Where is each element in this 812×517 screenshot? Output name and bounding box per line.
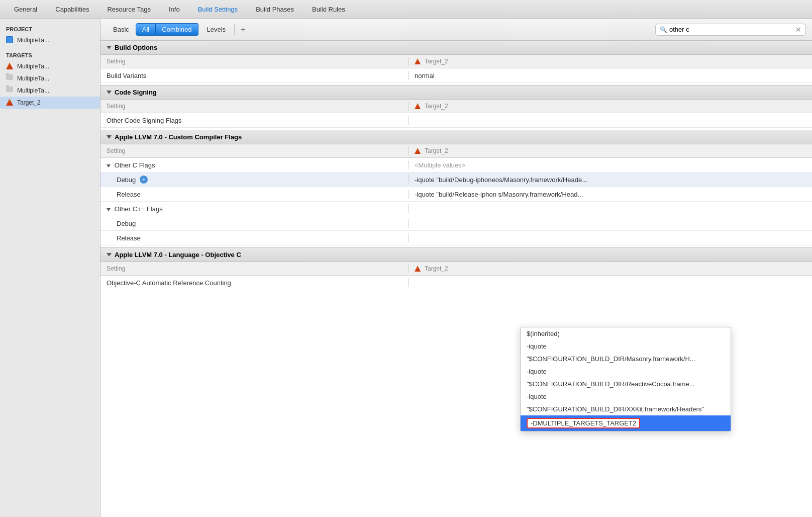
row-triangle-cpp — [107, 208, 111, 211]
section-header-build-options[interactable]: Build Options — [100, 40, 812, 55]
col-sep-1 — [408, 102, 409, 111]
section-title-llvm-custom: Apple LLVM 7.0 - Custom Compiler Flags — [115, 133, 242, 141]
tab-bar: General Capabilities Resource Tags Info … — [0, 0, 812, 19]
col-sep — [408, 278, 409, 287]
search-clear-button[interactable]: ✕ — [795, 26, 801, 34]
dropdown-item-0[interactable]: $(inherited) — [521, 327, 731, 340]
table-row-release-cpp: Release — [100, 231, 812, 245]
tab-capabilities[interactable]: Capabilities — [46, 2, 98, 17]
setting-value-muted: <Multiple values> — [415, 161, 806, 169]
app-icon-3 — [6, 99, 14, 107]
dropdown-item-7-selected[interactable]: -DMULTIPLE_TARGETS_TARGET2 — [521, 415, 731, 431]
sidebar-item-target-1[interactable]: MultipleTa... — [0, 72, 100, 84]
filter-combined-button[interactable]: Combined — [156, 23, 198, 36]
toolbar: Basic All Combined Levels + 🔍 ✕ — [100, 19, 812, 40]
col-sep — [408, 204, 409, 213]
tab-general[interactable]: General — [5, 2, 46, 17]
setting-name-debug-cpp: Debug — [107, 220, 408, 227]
sidebar-item-project[interactable]: MultipleTa... — [0, 34, 100, 46]
setting-value-release: -iquote "build/Release-iphon s/Masonry.f… — [415, 191, 806, 198]
col-header-setting-3: Setting — [107, 265, 408, 272]
table-row: Other Code Signing Flags — [100, 113, 812, 128]
col-header-setting-1: Setting — [107, 103, 408, 110]
content-area: Basic All Combined Levels + 🔍 ✕ Build Op… — [100, 19, 812, 517]
tab-build-rules[interactable]: Build Rules — [303, 2, 354, 17]
tab-build-phases[interactable]: Build Phases — [247, 2, 303, 17]
col-sep-3 — [408, 264, 409, 273]
project-section-label: PROJECT — [0, 24, 100, 34]
section-header-code-signing[interactable]: Code Signing — [100, 85, 812, 100]
col-sep — [408, 160, 409, 169]
dropdown-popup: $(inherited) -iquote "$CONFIGURATION_BUI… — [520, 327, 731, 432]
section-triangle-llvm-custom — [107, 135, 112, 139]
section-triangle-code-signing — [107, 91, 112, 94]
sidebar-item-target-0[interactable]: MultipleTa... — [0, 60, 100, 72]
section-triangle-llvm-language — [107, 253, 112, 256]
tab-resource-tags[interactable]: Resource Tags — [98, 2, 159, 17]
col-header-build-options: Setting Target_2 — [100, 55, 812, 68]
col-header-llvm-custom: Setting Target_2 — [100, 144, 812, 158]
dropdown-item-3[interactable]: -iquote — [521, 365, 731, 378]
table-row-debug[interactable]: Debug + -iquote "build/Debug-iphoneos/Ma… — [100, 173, 812, 187]
setting-name: Other Code Signing Flags — [107, 117, 408, 124]
col-header-code-signing: Setting Target_2 — [100, 100, 812, 113]
col-sep — [408, 190, 409, 199]
tab-build-settings[interactable]: Build Settings — [189, 2, 247, 17]
dropdown-item-6[interactable]: "$CONFIGURATION_BUILD_DIR/XXKit.framewor… — [521, 403, 731, 415]
dropdown-item-5[interactable]: -iquote — [521, 390, 731, 403]
col-sep — [408, 219, 409, 228]
selected-value-badge: -DMULTIPLE_TARGETS_TARGET2 — [527, 418, 640, 428]
row-triangle — [107, 164, 111, 167]
dropdown-item-2[interactable]: "$CONFIGURATION_BUILD_DIR/Masonry.framew… — [521, 353, 731, 365]
targets-section-label: TARGETS — [0, 50, 100, 60]
col-sep — [408, 116, 409, 125]
section-title-build-options: Build Options — [115, 44, 157, 51]
setting-value: normal — [415, 72, 806, 79]
search-area: 🔍 ✕ — [655, 24, 806, 36]
col-header-value-0: Target_2 — [415, 58, 806, 65]
dropdown-item-1[interactable]: -iquote — [521, 340, 731, 353]
sidebar-item-target-2[interactable]: MultipleTa... — [0, 84, 100, 97]
setting-name-release-cpp: Release — [107, 234, 408, 242]
setting-name-debug: Debug + — [107, 176, 408, 184]
table-row: Other C Flags <Multiple values> — [100, 158, 812, 173]
main-layout: PROJECT MultipleTa... TARGETS MultipleTa… — [0, 19, 812, 517]
section-header-llvm-custom[interactable]: Apple LLVM 7.0 - Custom Compiler Flags — [100, 130, 812, 144]
section-title-llvm-language: Apple LLVM 7.0 - Language - Objective C — [115, 251, 241, 258]
table-row-cpp: Other C++ Flags — [100, 202, 812, 216]
sidebar-project-name: MultipleTa... — [17, 37, 49, 44]
filter-levels-button[interactable]: Levels — [200, 23, 233, 36]
dropdown-item-4[interactable]: "$CONFIGURATION_BUILD_DIR/ReactiveCocoa.… — [521, 378, 731, 390]
table-row-arc: Objective-C Automatic Reference Counting — [100, 276, 812, 290]
search-icon: 🔍 — [660, 26, 667, 33]
col-sep — [408, 71, 409, 80]
table-row-debug-cpp: Debug — [100, 216, 812, 231]
table-row-release: Release -iquote "build/Release-iphon s/M… — [100, 187, 812, 202]
sidebar-target-2-name: MultipleTa... — [17, 87, 49, 94]
col-sep — [408, 233, 409, 242]
folder-icon-1 — [6, 74, 14, 82]
tab-info[interactable]: Info — [160, 2, 189, 17]
col-header-setting-0: Setting — [107, 58, 408, 65]
setting-name-cpp: Other C++ Flags — [107, 205, 408, 213]
sidebar-item-target-3[interactable]: Target_2 — [0, 97, 100, 109]
app-icon-0 — [6, 62, 14, 70]
setting-name-release: Release — [107, 191, 408, 198]
filter-basic-button[interactable]: Basic — [107, 23, 136, 36]
sidebar-target-3-name: Target_2 — [17, 99, 41, 106]
settings-table: Build Options Setting Target_2 Build Var… — [100, 40, 812, 517]
setting-name: Other C Flags — [107, 161, 408, 169]
toolbar-divider — [234, 24, 235, 35]
col-sep-2 — [408, 146, 409, 155]
col-header-value-2: Target_2 — [415, 147, 806, 154]
table-row: Build Variants normal — [100, 68, 812, 83]
add-value-button[interactable]: + — [140, 176, 148, 184]
add-setting-button[interactable]: + — [237, 23, 249, 36]
search-input[interactable] — [669, 26, 793, 33]
section-header-llvm-language[interactable]: Apple LLVM 7.0 - Language - Objective C — [100, 247, 812, 262]
filter-all-button[interactable]: All — [136, 23, 156, 36]
setting-value-debug: -iquote "build/Debug-iphoneos/Masonry.fr… — [415, 176, 806, 184]
col-header-value-1: Target_2 — [415, 103, 806, 110]
col-sep — [408, 175, 409, 184]
setting-name: Build Variants — [107, 72, 408, 79]
